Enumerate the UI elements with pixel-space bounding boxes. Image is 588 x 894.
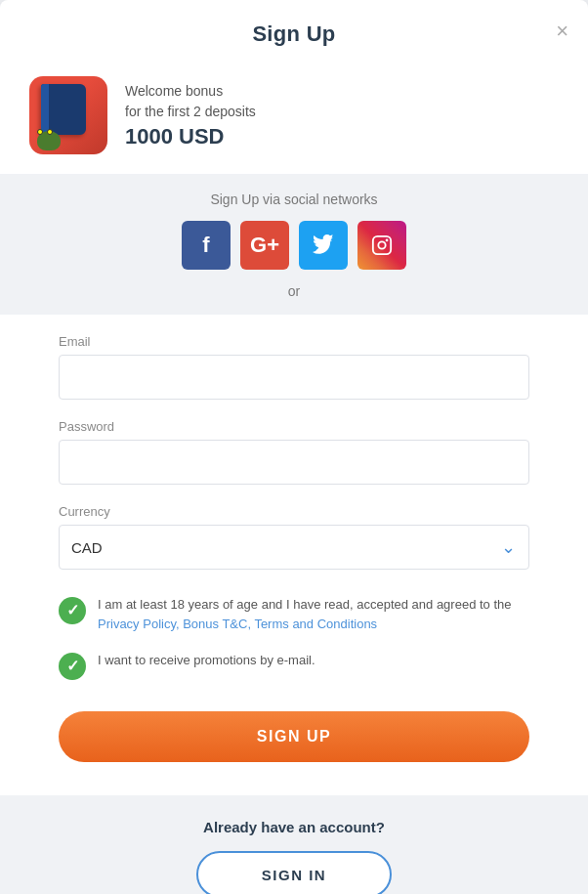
form-section: Email Password Currency CAD USD EUR GBP … xyxy=(0,315,588,772)
instagram-button[interactable] xyxy=(357,221,406,270)
modal-title: Sign Up xyxy=(252,21,335,47)
bottom-section: Already have an account? SIGN IN xyxy=(0,795,588,894)
social-section: Sign Up via social networks f G+ or xyxy=(0,174,588,315)
email-field-group: Email xyxy=(59,334,529,400)
terms-checkbox[interactable]: ✓ xyxy=(59,597,86,624)
password-field-group: Password xyxy=(59,419,529,485)
promotions-checkbox-group: ✓ I want to receive promotions by e-mail… xyxy=(59,645,529,686)
bonus-amount: 1000 USD xyxy=(125,124,256,149)
currency-field-group: Currency CAD USD EUR GBP ⌄ xyxy=(59,504,529,570)
checkmark-icon-2: ✓ xyxy=(66,659,79,674)
frog-eye-right xyxy=(47,129,53,135)
signup-button[interactable]: SIGN UP xyxy=(59,711,529,762)
facebook-button[interactable]: f xyxy=(182,221,231,270)
terms-checkbox-group: ✓ I am at least 18 years of age and I ha… xyxy=(59,589,529,639)
currency-select-wrapper: CAD USD EUR GBP ⌄ xyxy=(59,525,529,570)
checkmark-icon: ✓ xyxy=(66,603,79,618)
bonus-line1: Welcome bonus for the first 2 deposits xyxy=(125,81,256,122)
bonus-image xyxy=(29,76,107,154)
email-input[interactable] xyxy=(59,355,529,400)
svg-point-2 xyxy=(386,239,389,242)
already-have-account-text: Already have an account? xyxy=(203,819,385,835)
password-label: Password xyxy=(59,419,529,434)
email-label: Email xyxy=(59,334,529,349)
social-label: Sign Up via social networks xyxy=(210,192,377,207)
terms-links[interactable]: Privacy Policy, Bonus T&C, Terms and Con… xyxy=(98,617,377,631)
bonus-text: Welcome bonus for the first 2 deposits 1… xyxy=(125,81,256,149)
modal-header: Sign Up × xyxy=(0,0,588,63)
close-button[interactable]: × xyxy=(556,21,568,42)
social-buttons: f G+ xyxy=(182,221,406,270)
twitter-button[interactable] xyxy=(299,221,348,270)
terms-text: I am at least 18 years of age and I have… xyxy=(98,595,529,633)
book-spine xyxy=(41,84,49,135)
currency-label: Currency xyxy=(59,504,529,519)
promotions-checkbox[interactable]: ✓ xyxy=(59,653,86,680)
password-input[interactable] xyxy=(59,440,529,485)
promotions-text: I want to receive promotions by e-mail. xyxy=(98,651,315,670)
frog-eye-left xyxy=(37,129,43,135)
currency-select[interactable]: CAD USD EUR GBP xyxy=(59,525,529,570)
signup-modal: Sign Up × Welcome bonus for the first 2 … xyxy=(0,0,588,894)
signin-button[interactable]: SIGN IN xyxy=(196,851,392,894)
bonus-section: Welcome bonus for the first 2 deposits 1… xyxy=(0,63,588,174)
googleplus-button[interactable]: G+ xyxy=(240,221,289,270)
or-text: or xyxy=(288,283,300,299)
svg-rect-0 xyxy=(373,236,391,254)
svg-point-1 xyxy=(378,241,385,248)
